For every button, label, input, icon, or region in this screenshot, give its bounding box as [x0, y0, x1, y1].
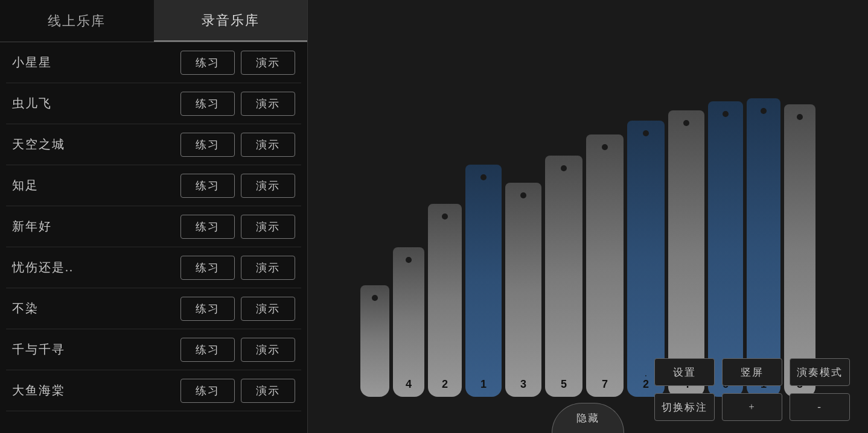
portrait-button[interactable]: 竖屏	[722, 358, 782, 386]
song-name-4: 新年好	[12, 218, 174, 235]
tine-wrapper-1: 4	[393, 235, 424, 397]
song-name-1: 虫儿飞	[12, 95, 174, 112]
song-row: 不染 练习 演示	[6, 288, 301, 329]
tine-dot-5	[561, 165, 567, 171]
hide-button[interactable]: 隐藏	[552, 403, 624, 433]
practice-button-0[interactable]: 练习	[180, 51, 235, 75]
demo-button-5[interactable]: 演示	[241, 256, 295, 280]
song-row: 知足 练习 演示	[6, 165, 301, 206]
tine-dot-9	[723, 111, 729, 117]
tine-dot-11	[797, 114, 803, 120]
tine-label-7: ·2	[643, 373, 649, 391]
tine-dot-2	[442, 213, 448, 220]
song-list: 小星星 练习 演示 虫儿飞 练习 演示 天空之城 练习 演示 知足 练习 演示 …	[0, 42, 307, 433]
control-row-1: 设置 竖屏 演奏模式	[654, 358, 850, 386]
demo-button-2[interactable]: 演示	[241, 133, 295, 157]
song-row: 虫儿飞 练习 演示	[6, 83, 301, 124]
tine-wrapper-6: 7	[586, 122, 624, 397]
tine-dot-1	[406, 257, 412, 263]
tine-label-4: 3	[520, 378, 526, 391]
tine-label-2: 2	[442, 378, 448, 391]
song-row: 大鱼海棠 练习 演示	[6, 370, 301, 411]
practice-button-5[interactable]: 练习	[180, 256, 235, 280]
tine-dot-4	[520, 192, 526, 198]
tine-wrapper-0	[360, 273, 389, 397]
song-row: 新年好 练习 演示	[6, 206, 301, 247]
demo-button-4[interactable]: 演示	[241, 215, 295, 239]
tine-label-1: 4	[406, 378, 412, 391]
tine-label-3: 1	[480, 378, 487, 391]
tine-wrapper-2: 2	[428, 192, 462, 397]
tine-wrapper-10: ··1	[747, 86, 780, 397]
tine-4[interactable]: 3	[505, 183, 541, 397]
right-panel: 421357·2·4·6··1··3 隐藏 设置 竖屏 演奏模式 切换标注 + …	[308, 0, 868, 433]
demo-button-0[interactable]: 演示	[241, 51, 295, 75]
tine-dot-7	[643, 130, 649, 136]
tine-6[interactable]: 7	[586, 134, 624, 397]
hide-button-container: 隐藏	[552, 403, 624, 433]
bottom-controls: 设置 竖屏 演奏模式 切换标注 + -	[654, 358, 850, 421]
tine-wrapper-4: 3	[505, 171, 541, 397]
practice-button-2[interactable]: 练习	[180, 133, 235, 157]
song-name-0: 小星星	[12, 54, 174, 71]
demo-button-6[interactable]: 演示	[241, 297, 295, 321]
practice-button-3[interactable]: 练习	[180, 174, 235, 198]
demo-button-8[interactable]: 演示	[241, 379, 295, 403]
tine-9[interactable]: ·6	[708, 101, 743, 397]
plus-button[interactable]: +	[722, 393, 782, 421]
tine-1[interactable]: 4	[393, 247, 424, 397]
tine-7[interactable]: ·2	[627, 121, 665, 397]
left-panel: 线上乐库 录音乐库 小星星 练习 演示 虫儿飞 练习 演示 天空之城 练习 演示…	[0, 0, 308, 433]
song-row: 忧伤还是.. 练习 演示	[6, 247, 301, 288]
tine-10[interactable]: ··1	[747, 98, 780, 397]
tine-wrapper-5: 5	[545, 144, 582, 397]
performance-button[interactable]: 演奏模式	[790, 358, 850, 386]
tine-dot-3	[480, 174, 487, 180]
song-name-3: 知足	[12, 177, 174, 194]
tine-dot-8	[683, 120, 689, 126]
song-name-8: 大鱼海棠	[12, 382, 174, 399]
practice-button-6[interactable]: 练习	[180, 297, 235, 321]
control-row-2: 切换标注 + -	[654, 393, 850, 421]
song-name-2: 天空之城	[12, 136, 174, 153]
minus-button[interactable]: -	[790, 393, 850, 421]
tab-online[interactable]: 线上乐库	[0, 0, 154, 42]
tine-wrapper-11: ··3	[784, 92, 815, 397]
tab-bar: 线上乐库 录音乐库	[0, 0, 307, 42]
tine-2[interactable]: 2	[428, 204, 462, 397]
practice-button-1[interactable]: 练习	[180, 92, 235, 116]
tine-label-5: 5	[561, 378, 567, 391]
song-row: 小星星 练习 演示	[6, 42, 301, 83]
toggle-notation-button[interactable]: 切换标注	[654, 393, 715, 421]
practice-button-7[interactable]: 练习	[180, 338, 235, 362]
tine-dot-0	[372, 295, 378, 301]
settings-button[interactable]: 设置	[654, 358, 715, 386]
tine-5[interactable]: 5	[545, 156, 582, 397]
song-name-7: 千与千寻	[12, 341, 174, 358]
tine-8[interactable]: ·4	[668, 110, 704, 397]
tine-wrapper-3: 1	[465, 153, 502, 397]
demo-button-3[interactable]: 演示	[241, 174, 295, 198]
tine-11[interactable]: ··3	[784, 104, 815, 397]
tab-recorded[interactable]: 录音乐库	[154, 0, 308, 42]
demo-button-7[interactable]: 演示	[241, 338, 295, 362]
song-name-6: 不染	[12, 300, 174, 317]
practice-button-4[interactable]: 练习	[180, 215, 235, 239]
demo-button-1[interactable]: 演示	[241, 92, 295, 116]
tine-wrapper-7: ·2	[627, 109, 665, 397]
tine-wrapper-9: ·6	[708, 89, 743, 397]
tine-label-6: 7	[602, 378, 608, 391]
practice-button-8[interactable]: 练习	[180, 379, 235, 403]
tine-3[interactable]: 1	[465, 165, 502, 397]
tine-wrapper-8: ·4	[668, 98, 704, 397]
song-name-5: 忧伤还是..	[12, 259, 174, 276]
song-row: 千与千寻 练习 演示	[6, 329, 301, 370]
song-row: 天空之城 练习 演示	[6, 124, 301, 165]
tine-0[interactable]	[360, 285, 389, 397]
tine-dot-6	[602, 144, 608, 150]
app-container: 线上乐库 录音乐库 小星星 练习 演示 虫儿飞 练习 演示 天空之城 练习 演示…	[0, 0, 868, 433]
tine-dot-10	[761, 108, 767, 114]
